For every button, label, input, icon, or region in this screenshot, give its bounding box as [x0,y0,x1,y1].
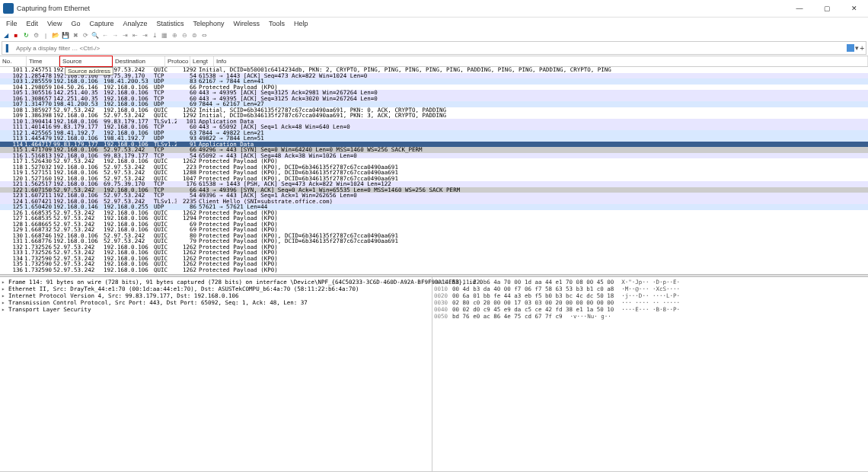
packet-row[interactable]: 1081.38592752.97.53.242192.168.0.106QUIC… [0,107,868,113]
hex-row[interactable]: 0050bd 76 e0 ac 86 4e 75 cd 67 7f c9·v··… [434,313,866,320]
title-bar: Capturing from Ethernet — ▢ ✕ [0,0,868,18]
packet-row[interactable]: 1201.527160192.168.0.10652.97.53.242QUIC… [0,176,868,182]
packet-row[interactable]: 1091.386398192.168.0.10652.97.53.242QUIC… [0,113,868,119]
jump-icon[interactable]: ⇥ [121,31,129,39]
packet-row[interactable]: 1051.305516142.251.40.35192.168.0.106TCP… [0,90,868,96]
packet-row[interactable]: 1311.668776192.168.0.10652.97.53.242QUIC… [0,238,868,244]
packet-row[interactable]: 1271.66853552.97.53.242192.168.0.106QUIC… [0,215,868,222]
tree-item[interactable]: Transport Layer Security [2,306,430,313]
menu-file[interactable]: File [2,20,21,27]
next-icon[interactable]: → [111,31,119,39]
filter-add-icon[interactable]: + [860,44,864,53]
packet-row[interactable]: 1161.516813192.168.0.10699.83.179.177TCP… [0,153,868,159]
packet-details[interactable]: Frame 114: 91 bytes on wire (728 bits), … [0,277,432,471]
menu-wireless[interactable]: Wireless [230,20,264,27]
packet-row[interactable]: 1261.66853552.97.53.242192.168.0.106QUIC… [0,210,868,216]
packet-row[interactable]: 1281.66866552.97.53.242192.168.0.106QUIC… [0,222,868,228]
tree-item[interactable]: Internet Protocol Version 4, Src: 99.83.… [2,292,430,299]
packet-row[interactable]: 1021.285478192.168.0.10669.75.39.170TCP5… [0,73,868,79]
find-icon[interactable]: 🔍 [91,31,99,39]
packet-row[interactable]: 1301.668746192.168.0.10652.97.53.242QUIC… [0,233,868,239]
menu-view[interactable]: View [43,20,65,27]
packet-row[interactable]: 1211.562517192.168.0.10669.75.39.170TCP1… [0,181,868,187]
packet-row[interactable]: 1031.285559192.168.0.106198.41.200.53UDP… [0,78,868,85]
packet-row[interactable]: 1321.73252652.97.53.242192.168.0.106QUIC… [0,244,868,250]
packet-row[interactable]: 1111.40141699.83.179.177192.168.0.106TCP… [0,124,868,130]
col-no[interactable]: No. [0,56,27,66]
first-icon[interactable]: ⇤ [131,31,139,39]
packet-row[interactable]: 1291.66873252.97.53.242192.168.0.106QUIC… [0,227,868,233]
menu-help[interactable]: Help [290,20,312,27]
packet-list[interactable]: 1011.245751192.168.0.10652.97.53.242QUIC… [0,67,868,274]
packet-row[interactable]: 1011.245751192.168.0.10652.97.53.242QUIC… [0,67,868,73]
menu-telephony[interactable]: Telephony [189,20,228,27]
menu-analyze[interactable]: Analyze [119,20,151,27]
close-file-icon[interactable]: ✖ [72,31,79,39]
display-filter-input[interactable] [14,43,847,53]
packet-row[interactable]: 1221.60715052.97.53.242192.168.0.106TCP6… [0,187,868,193]
menu-capture[interactable]: Capture [85,20,117,27]
tree-item[interactable]: Frame 114: 91 bytes on wire (728 bits), … [2,279,430,285]
hex-row[interactable]: 000058 11 22 b6 4a 70 00 1d aa 44 e1 70 … [434,279,866,285]
bookmark-icon[interactable]: ▌ [4,43,13,53]
hex-row[interactable]: 002000 6a 01 bb fe 44 a3 eb f5 b0 b3 bc … [434,292,866,299]
last-icon[interactable]: ⇥ [141,31,148,39]
packet-row[interactable]: 1341.73259052.97.53.242192.168.0.106QUIC… [0,256,868,262]
display-filter-bar: ▌ ▾ + [2,41,866,55]
menu-statistics[interactable]: Statistics [152,20,187,27]
zoom-reset-icon[interactable]: ⊜ [190,31,198,39]
reload-icon[interactable]: ⟳ [81,31,89,39]
toolbar: ◢ ■ ↻ ⚙ | 📂 💾 ✖ ⟳ 🔍 ← → ⇥ ⇤ ⇥ ⤓ ▦ ⊕ ⊖ ⊜ … [0,30,868,40]
packet-row[interactable]: 1191.527151192.168.0.10652.97.53.242QUIC… [0,170,868,176]
packet-row[interactable]: 1071.314770198.41.200.53192.168.0.106UDP… [0,101,868,107]
menu-go[interactable]: Go [67,20,84,27]
packet-row[interactable]: 1151.471709192.168.0.10652.97.53.242TCP6… [0,147,868,153]
maximize-button[interactable]: ▢ [813,0,841,17]
open-file-icon[interactable]: 📂 [52,31,59,39]
packet-row[interactable]: 1331.73252652.97.53.242192.168.0.106QUIC… [0,250,868,256]
stop-capture-icon[interactable]: ■ [12,31,20,39]
menu-edit[interactable]: Edit [23,20,43,27]
packet-row[interactable]: 1171.52643052.97.53.242192.168.0.106QUIC… [0,158,868,164]
packet-row[interactable]: 1241.607421192.168.0.10652.97.53.242TLSv… [0,199,868,205]
packet-row[interactable]: 1131.445479192.168.0.106198.41.192.7UDP9… [0,136,868,142]
menu-tools[interactable]: Tools [265,20,289,27]
filter-dropdown-icon[interactable]: ▾ [855,44,859,52]
col-destination[interactable]: Destination [113,56,165,66]
col-info[interactable]: Info [214,56,868,66]
close-button[interactable]: ✕ [841,0,868,17]
packet-row[interactable]: 1251.650420192.168.0.146192.168.0.255UDP… [0,204,868,210]
packet-row[interactable]: 1121.425565198.41.192.7192.168.0.106UDP6… [0,130,868,136]
packet-row[interactable]: 1041.298059104.50.26.146192.168.0.106UDP… [0,85,868,91]
tree-item[interactable]: Ethernet II, Src: DrayTek_44:e1:70 (00:1… [2,285,430,292]
resize-cols-icon[interactable]: ⇔ [200,31,208,39]
packet-row[interactable]: 1061.308657142.251.40.35192.168.0.106TCP… [0,96,868,102]
col-time[interactable]: Time [27,56,59,66]
packet-row[interactable]: 1101.390414192.168.0.10699.83.179.177TLS… [0,119,868,125]
autoscroll-icon[interactable]: ⤓ [151,31,158,39]
packet-row[interactable]: 1361.73259052.97.53.242192.168.0.106QUIC… [0,267,868,273]
packet-row[interactable]: 1181.527032192.168.0.10652.97.53.242QUIC… [0,164,868,171]
hex-row[interactable]: 004000 02 d0 c9 45 e9 da c5 ce 42 fd 38 … [434,306,866,313]
start-capture-icon[interactable]: ◢ [2,31,10,39]
hex-row[interactable]: 001000 4d b3 da 40 00 f7 06 f7 58 63 53 … [434,285,866,292]
zoom-out-icon[interactable]: ⊖ [180,31,188,39]
column-tooltip: Source address [65,67,113,75]
hex-row[interactable]: 003002 80 c0 20 00 00 17 03 03 00 20 00 … [434,299,866,306]
packet-row[interactable]: 1141.46471799.83.179.177192.168.0.106TLS… [0,142,868,148]
tree-item[interactable]: Transmission Control Protocol, Src Port:… [2,299,430,306]
minimize-button[interactable]: — [786,0,813,17]
zoom-in-icon[interactable]: ⊕ [171,31,178,39]
save-icon[interactable]: 💾 [62,31,69,39]
filter-expression-button[interactable] [847,44,854,52]
prev-icon[interactable]: ← [101,31,109,39]
col-protocol[interactable]: Protoco [165,56,190,66]
packet-bytes[interactable]: 000058 11 22 b6 4a 70 00 1d aa 44 e1 70 … [432,277,868,471]
col-length[interactable]: Lengt [190,56,214,66]
packet-row[interactable]: 1351.73259052.97.53.242192.168.0.106QUIC… [0,261,868,267]
options-icon[interactable]: ⚙ [32,31,40,39]
restart-capture-icon[interactable]: ↻ [22,31,30,39]
col-source[interactable]: Source [59,56,113,67]
packet-row[interactable]: 1231.607211192.168.0.10652.97.53.242TCP5… [0,193,868,199]
colorize-icon[interactable]: ▦ [161,31,168,39]
